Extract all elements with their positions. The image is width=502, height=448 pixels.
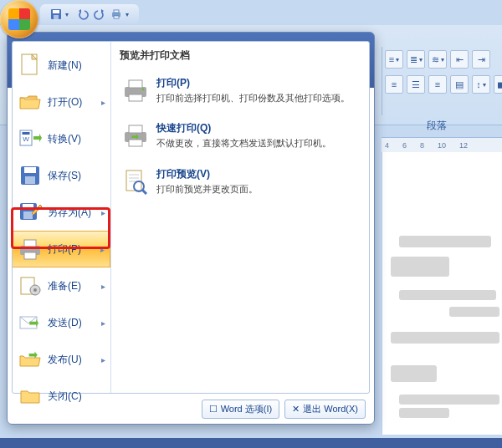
svg-point-20 [36,247,38,250]
print-option-title: 打印(P) [156,76,350,90]
svg-text:W: W [23,135,29,143]
print-option-quick-print[interactable]: 快速打印(Q) 不做更改，直接将文档发送到默认打印机。 [120,116,361,161]
right-panel-header: 预览并打印文档 [120,48,361,63]
menu-item-save[interactable]: 保存(S) [13,157,110,194]
close-icon: ✕ [292,404,300,415]
print-option-print[interactable]: 打印(P) 打印前选择打印机、打印份数及其他打印选项。 [120,71,361,116]
menu-item-new[interactable]: 新建(N) [13,47,110,84]
ruler-tick: 12 [459,141,468,150]
svg-rect-19 [24,252,36,259]
menu-item-prepare[interactable]: 准备(E) ▸ [13,267,110,304]
svg-line-37 [142,190,146,194]
print-option-preview[interactable]: 打印预览(V) 打印前预览并更改页面。 [120,162,361,207]
redo-icon[interactable] [92,7,107,22]
menu-label: 新建(N) [48,59,82,73]
submenu-arrow-icon: ▸ [101,282,105,291]
prepare-icon [18,273,43,298]
print-option-desc: 打印前预览并更改页面。 [156,183,258,196]
status-bar [0,438,502,448]
ribbon-paragraph-tools-row2: ≡ ☰ ≡ ▤ ↕ ◼ [385,75,502,94]
print-preview-icon [121,167,150,196]
office-menu-right-panel: 预览并打印文档 打印(P) 打印前选择打印机、打印份数及其他打印选项。 快速打印… [111,42,369,393]
office-button[interactable] [0,0,38,38]
svg-rect-4 [114,10,119,13]
number-list-button[interactable]: ≣ [407,50,425,69]
svg-rect-15 [23,204,33,209]
shading-button[interactable]: ◼ [494,75,502,94]
svg-point-23 [33,288,37,292]
undo-icon[interactable] [75,7,90,22]
quick-print-icon[interactable] [109,7,124,22]
svg-point-28 [142,89,145,91]
ruler[interactable]: 4 6 8 10 12 [382,137,502,152]
menu-label: 打印(P) [48,242,81,257]
menu-item-send[interactable]: 发送(D) ▸ [13,304,110,341]
print-option-title: 打印预览(V) [156,167,258,181]
submenu-arrow-icon: ▸ [100,245,105,254]
menu-label: 转换(V) [48,132,81,146]
align-center-button[interactable]: ☰ [407,75,425,94]
svg-rect-16 [23,211,33,219]
multilevel-list-button[interactable]: ≋ [428,50,447,69]
print-option-title: 快速打印(Q) [156,121,331,135]
menu-label: 保存(S) [48,169,81,183]
align-justify-button[interactable]: ▤ [450,75,469,94]
qat-dropdown-1[interactable]: ▾ [65,11,74,18]
svg-point-6 [119,13,120,15]
align-right-button[interactable]: ≡ [428,75,447,94]
svg-rect-2 [54,15,59,19]
printer-icon [18,237,43,262]
close-folder-icon [18,384,43,409]
convert-icon: W [18,126,43,151]
submenu-arrow-icon: ▸ [101,98,105,107]
menu-label: 关闭(C) [48,389,82,404]
quick-printer-icon [121,121,150,150]
qat-customize-dropdown[interactable]: ▾ [126,11,134,18]
word-options-button[interactable]: ☐ Word 选项(I) [202,400,280,419]
exit-word-button[interactable]: ✕ 退出 Word(X) [284,400,366,419]
exit-word-label: 退出 Word(X) [303,403,358,415]
publish-icon [18,347,43,372]
bullet-list-button[interactable]: ≡ [385,50,403,69]
ruler-tick: 4 [385,141,389,150]
office-menu-left-list: 新建(N) 打开(O) ▸ W 转换(V) 保存(S) [13,42,111,393]
menu-item-close[interactable]: 关闭(C) [13,378,110,415]
document-area[interactable] [382,152,502,435]
align-left-button[interactable]: ≡ [385,75,403,94]
svg-rect-26 [129,80,142,88]
indent-decrease-button[interactable]: ⇤ [450,50,469,69]
svg-rect-27 [129,94,142,101]
svg-rect-12 [24,167,36,173]
print-option-desc: 不做更改，直接将文档发送到默认打印机。 [156,137,331,150]
svg-rect-30 [129,125,142,133]
save-icon[interactable] [49,7,64,22]
ruler-tick: 10 [438,141,446,150]
menu-item-save-as[interactable]: 另存为(A) ▸ [13,194,110,231]
print-option-desc: 打印前选择打印机、打印份数及其他打印选项。 [156,92,350,104]
new-doc-icon [18,53,43,78]
menu-item-convert[interactable]: W 转换(V) [13,120,110,157]
svg-rect-1 [53,10,59,13]
word-options-label: Word 选项(I) [221,403,273,415]
office-menu-footer: ☐ Word 选项(I) ✕ 退出 Word(X) [202,400,366,419]
submenu-arrow-icon: ▸ [101,318,105,328]
line-spacing-button[interactable]: ↕ [472,75,490,94]
svg-rect-31 [129,140,142,146]
save-disk-icon [18,163,43,188]
menu-item-print[interactable]: 打印(P) ▸ [13,231,110,267]
indent-increase-button[interactable]: ⇥ [472,50,490,69]
quick-access-toolbar: ▾ ▾ [40,4,139,24]
menu-label: 打开(O) [48,95,82,109]
menu-item-publish[interactable]: 发布(U) ▸ [13,341,110,378]
submenu-arrow-icon: ▸ [101,355,105,364]
office-menu: 新建(N) 打开(O) ▸ W 转换(V) 保存(S) [7,32,375,425]
options-icon: ☐ [209,404,218,415]
menu-label: 另存为(A) [48,206,91,220]
ruler-tick: 6 [402,141,407,150]
save-as-icon [18,200,43,225]
ruler-tick: 8 [420,141,424,150]
menu-item-open[interactable]: 打开(O) ▸ [13,84,110,120]
ribbon-group-separator [382,47,382,115]
menu-label: 发布(U) [48,353,82,367]
svg-rect-5 [114,16,119,18]
